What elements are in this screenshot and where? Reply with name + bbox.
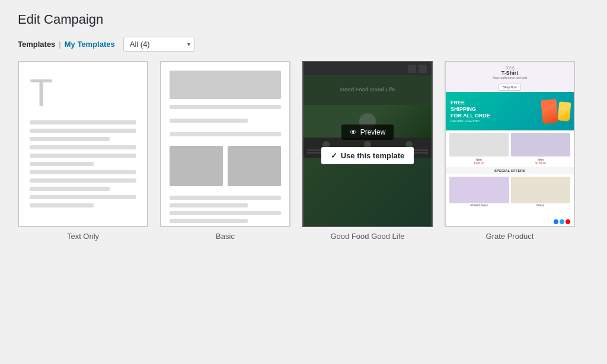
template-thumbnail-grate-product: 2016 T-Shirt New collection arrived Shop…	[445, 61, 575, 227]
template-thumbnail-basic: 👁 Preview ✓ Use this template	[160, 61, 290, 227]
checkmark-icon: ✓	[46, 151, 53, 160]
eye-icon: 👁	[65, 128, 72, 136]
tab-templates[interactable]: Templates	[18, 40, 55, 49]
checkmark-icon: ✓	[473, 151, 480, 160]
filter-select[interactable]: All (4) Basic Featured My Templates	[123, 37, 195, 52]
tabs-row: Templates | My Templates All (4) Basic F…	[18, 37, 589, 52]
tab-my-templates[interactable]: My Templates	[65, 40, 115, 49]
eye-icon: 👁	[350, 128, 357, 136]
preview-button-basic[interactable]: 👁 Preview	[199, 124, 252, 140]
use-template-button-grate-product[interactable]: ✓ Use this template	[464, 147, 557, 164]
eye-icon: 👁	[207, 128, 215, 136]
template-thumbnail-text-only: T 👁 Preview ✓ Use t	[18, 61, 148, 227]
template-card-grate-product[interactable]: 2016 T-Shirt New collection arrived Shop…	[445, 61, 575, 241]
template-card-text-only[interactable]: T 👁 Preview ✓ Use t	[18, 61, 148, 241]
use-template-button-text-only[interactable]: ✓ Use this template	[37, 147, 130, 164]
preview-button-grate-product[interactable]: 👁 Preview	[484, 124, 536, 140]
template-card-good-food[interactable]: Good Food Good Life	[302, 61, 433, 241]
eye-icon: 👁	[492, 128, 499, 136]
tab-separator: |	[59, 40, 60, 49]
use-template-button-good-food[interactable]: ✓ Use this template	[321, 147, 414, 164]
checkmark-icon: ✓	[331, 151, 337, 160]
filter-dropdown[interactable]: All (4) Basic Featured My Templates ▾	[123, 37, 195, 52]
template-overlay-good-food: 👁 Preview ✓ Use this template	[304, 62, 432, 226]
template-name-text-only: Text Only	[67, 232, 99, 241]
use-template-button-basic[interactable]: ✓ Use this template	[179, 147, 272, 164]
template-name-basic: Basic	[216, 232, 235, 241]
template-name-grate-product: Grate Product	[486, 232, 534, 241]
templates-grid: T 👁 Preview ✓ Use t	[18, 61, 589, 241]
checkmark-icon: ✓	[189, 151, 195, 160]
preview-button-good-food[interactable]: 👁 Preview	[341, 124, 394, 140]
preview-button-text-only[interactable]: 👁 Preview	[57, 124, 110, 140]
template-card-basic[interactable]: 👁 Preview ✓ Use this template Basic	[160, 61, 290, 241]
page-title: Edit Campaign	[18, 12, 589, 27]
template-name-good-food: Good Food Good Life	[330, 232, 404, 241]
template-thumbnail-good-food: Good Food Good Life	[302, 61, 433, 227]
